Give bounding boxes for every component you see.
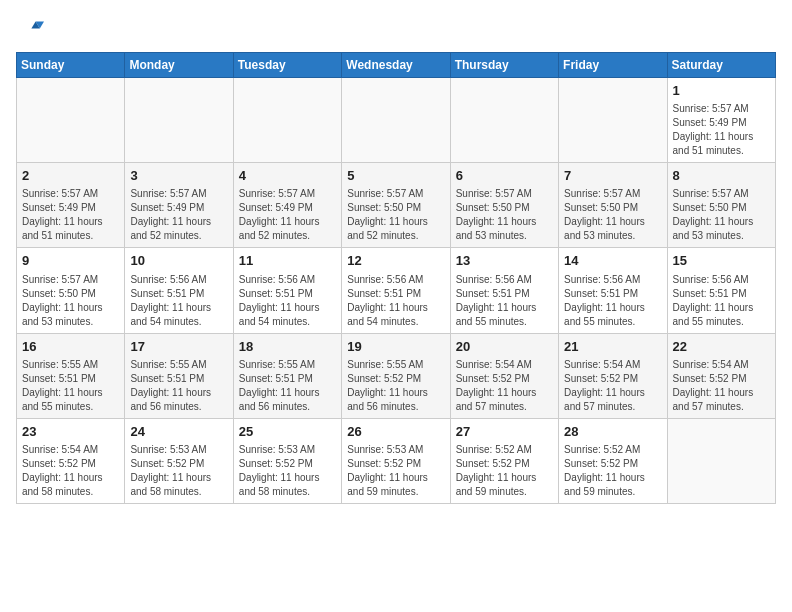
day-info: Sunrise: 5:52 AM Sunset: 5:52 PM Dayligh…	[456, 443, 553, 499]
week-row-1: 2Sunrise: 5:57 AM Sunset: 5:49 PM Daylig…	[17, 163, 776, 248]
logo-icon	[16, 16, 44, 44]
day-number: 21	[564, 338, 661, 356]
day-number: 26	[347, 423, 444, 441]
calendar-cell: 6Sunrise: 5:57 AM Sunset: 5:50 PM Daylig…	[450, 163, 558, 248]
day-info: Sunrise: 5:55 AM Sunset: 5:51 PM Dayligh…	[22, 358, 119, 414]
day-number: 12	[347, 252, 444, 270]
day-number: 18	[239, 338, 336, 356]
calendar-cell: 2Sunrise: 5:57 AM Sunset: 5:49 PM Daylig…	[17, 163, 125, 248]
calendar-cell	[233, 78, 341, 163]
day-number: 9	[22, 252, 119, 270]
day-info: Sunrise: 5:53 AM Sunset: 5:52 PM Dayligh…	[239, 443, 336, 499]
calendar-cell: 9Sunrise: 5:57 AM Sunset: 5:50 PM Daylig…	[17, 248, 125, 333]
day-info: Sunrise: 5:56 AM Sunset: 5:51 PM Dayligh…	[130, 273, 227, 329]
day-info: Sunrise: 5:53 AM Sunset: 5:52 PM Dayligh…	[347, 443, 444, 499]
calendar-cell	[667, 418, 775, 503]
day-number: 28	[564, 423, 661, 441]
header-wednesday: Wednesday	[342, 53, 450, 78]
calendar-cell	[17, 78, 125, 163]
day-info: Sunrise: 5:57 AM Sunset: 5:50 PM Dayligh…	[347, 187, 444, 243]
calendar-cell: 19Sunrise: 5:55 AM Sunset: 5:52 PM Dayli…	[342, 333, 450, 418]
calendar-cell	[450, 78, 558, 163]
calendar-cell	[125, 78, 233, 163]
day-number: 15	[673, 252, 770, 270]
calendar-cell	[342, 78, 450, 163]
calendar-cell: 27Sunrise: 5:52 AM Sunset: 5:52 PM Dayli…	[450, 418, 558, 503]
calendar-cell: 22Sunrise: 5:54 AM Sunset: 5:52 PM Dayli…	[667, 333, 775, 418]
day-info: Sunrise: 5:54 AM Sunset: 5:52 PM Dayligh…	[564, 358, 661, 414]
day-info: Sunrise: 5:57 AM Sunset: 5:49 PM Dayligh…	[239, 187, 336, 243]
day-info: Sunrise: 5:56 AM Sunset: 5:51 PM Dayligh…	[347, 273, 444, 329]
day-number: 16	[22, 338, 119, 356]
calendar-cell: 7Sunrise: 5:57 AM Sunset: 5:50 PM Daylig…	[559, 163, 667, 248]
day-info: Sunrise: 5:57 AM Sunset: 5:49 PM Dayligh…	[22, 187, 119, 243]
calendar-cell: 11Sunrise: 5:56 AM Sunset: 5:51 PM Dayli…	[233, 248, 341, 333]
week-row-2: 9Sunrise: 5:57 AM Sunset: 5:50 PM Daylig…	[17, 248, 776, 333]
calendar-cell: 17Sunrise: 5:55 AM Sunset: 5:51 PM Dayli…	[125, 333, 233, 418]
calendar-cell: 14Sunrise: 5:56 AM Sunset: 5:51 PM Dayli…	[559, 248, 667, 333]
day-info: Sunrise: 5:57 AM Sunset: 5:50 PM Dayligh…	[22, 273, 119, 329]
week-row-0: 1Sunrise: 5:57 AM Sunset: 5:49 PM Daylig…	[17, 78, 776, 163]
calendar-cell: 24Sunrise: 5:53 AM Sunset: 5:52 PM Dayli…	[125, 418, 233, 503]
day-info: Sunrise: 5:57 AM Sunset: 5:50 PM Dayligh…	[456, 187, 553, 243]
calendar-cell: 26Sunrise: 5:53 AM Sunset: 5:52 PM Dayli…	[342, 418, 450, 503]
day-number: 6	[456, 167, 553, 185]
day-info: Sunrise: 5:56 AM Sunset: 5:51 PM Dayligh…	[673, 273, 770, 329]
calendar-cell: 8Sunrise: 5:57 AM Sunset: 5:50 PM Daylig…	[667, 163, 775, 248]
day-number: 14	[564, 252, 661, 270]
header-tuesday: Tuesday	[233, 53, 341, 78]
day-info: Sunrise: 5:57 AM Sunset: 5:50 PM Dayligh…	[564, 187, 661, 243]
day-number: 10	[130, 252, 227, 270]
header-thursday: Thursday	[450, 53, 558, 78]
calendar-table: SundayMondayTuesdayWednesdayThursdayFrid…	[16, 52, 776, 504]
logo	[16, 16, 48, 44]
calendar-cell: 15Sunrise: 5:56 AM Sunset: 5:51 PM Dayli…	[667, 248, 775, 333]
day-number: 11	[239, 252, 336, 270]
day-info: Sunrise: 5:56 AM Sunset: 5:51 PM Dayligh…	[456, 273, 553, 329]
header-friday: Friday	[559, 53, 667, 78]
day-info: Sunrise: 5:56 AM Sunset: 5:51 PM Dayligh…	[239, 273, 336, 329]
day-info: Sunrise: 5:55 AM Sunset: 5:51 PM Dayligh…	[130, 358, 227, 414]
week-row-3: 16Sunrise: 5:55 AM Sunset: 5:51 PM Dayli…	[17, 333, 776, 418]
calendar-cell: 25Sunrise: 5:53 AM Sunset: 5:52 PM Dayli…	[233, 418, 341, 503]
calendar-cell	[559, 78, 667, 163]
header-monday: Monday	[125, 53, 233, 78]
day-number: 5	[347, 167, 444, 185]
day-info: Sunrise: 5:56 AM Sunset: 5:51 PM Dayligh…	[564, 273, 661, 329]
calendar-header-row: SundayMondayTuesdayWednesdayThursdayFrid…	[17, 53, 776, 78]
day-number: 13	[456, 252, 553, 270]
week-row-4: 23Sunrise: 5:54 AM Sunset: 5:52 PM Dayli…	[17, 418, 776, 503]
calendar-cell: 1Sunrise: 5:57 AM Sunset: 5:49 PM Daylig…	[667, 78, 775, 163]
day-number: 7	[564, 167, 661, 185]
day-number: 19	[347, 338, 444, 356]
header-sunday: Sunday	[17, 53, 125, 78]
day-info: Sunrise: 5:54 AM Sunset: 5:52 PM Dayligh…	[456, 358, 553, 414]
day-info: Sunrise: 5:57 AM Sunset: 5:49 PM Dayligh…	[130, 187, 227, 243]
calendar-cell: 21Sunrise: 5:54 AM Sunset: 5:52 PM Dayli…	[559, 333, 667, 418]
calendar-cell: 10Sunrise: 5:56 AM Sunset: 5:51 PM Dayli…	[125, 248, 233, 333]
day-number: 22	[673, 338, 770, 356]
day-info: Sunrise: 5:54 AM Sunset: 5:52 PM Dayligh…	[22, 443, 119, 499]
day-number: 17	[130, 338, 227, 356]
calendar-cell: 5Sunrise: 5:57 AM Sunset: 5:50 PM Daylig…	[342, 163, 450, 248]
day-number: 2	[22, 167, 119, 185]
day-info: Sunrise: 5:55 AM Sunset: 5:52 PM Dayligh…	[347, 358, 444, 414]
day-info: Sunrise: 5:55 AM Sunset: 5:51 PM Dayligh…	[239, 358, 336, 414]
day-number: 23	[22, 423, 119, 441]
calendar-cell: 4Sunrise: 5:57 AM Sunset: 5:49 PM Daylig…	[233, 163, 341, 248]
day-number: 27	[456, 423, 553, 441]
calendar-cell: 20Sunrise: 5:54 AM Sunset: 5:52 PM Dayli…	[450, 333, 558, 418]
day-info: Sunrise: 5:53 AM Sunset: 5:52 PM Dayligh…	[130, 443, 227, 499]
day-number: 25	[239, 423, 336, 441]
day-info: Sunrise: 5:57 AM Sunset: 5:49 PM Dayligh…	[673, 102, 770, 158]
calendar-cell: 16Sunrise: 5:55 AM Sunset: 5:51 PM Dayli…	[17, 333, 125, 418]
calendar-cell: 23Sunrise: 5:54 AM Sunset: 5:52 PM Dayli…	[17, 418, 125, 503]
page-header	[16, 16, 776, 44]
day-info: Sunrise: 5:52 AM Sunset: 5:52 PM Dayligh…	[564, 443, 661, 499]
day-number: 3	[130, 167, 227, 185]
day-info: Sunrise: 5:57 AM Sunset: 5:50 PM Dayligh…	[673, 187, 770, 243]
day-number: 8	[673, 167, 770, 185]
day-info: Sunrise: 5:54 AM Sunset: 5:52 PM Dayligh…	[673, 358, 770, 414]
calendar-cell: 12Sunrise: 5:56 AM Sunset: 5:51 PM Dayli…	[342, 248, 450, 333]
day-number: 20	[456, 338, 553, 356]
